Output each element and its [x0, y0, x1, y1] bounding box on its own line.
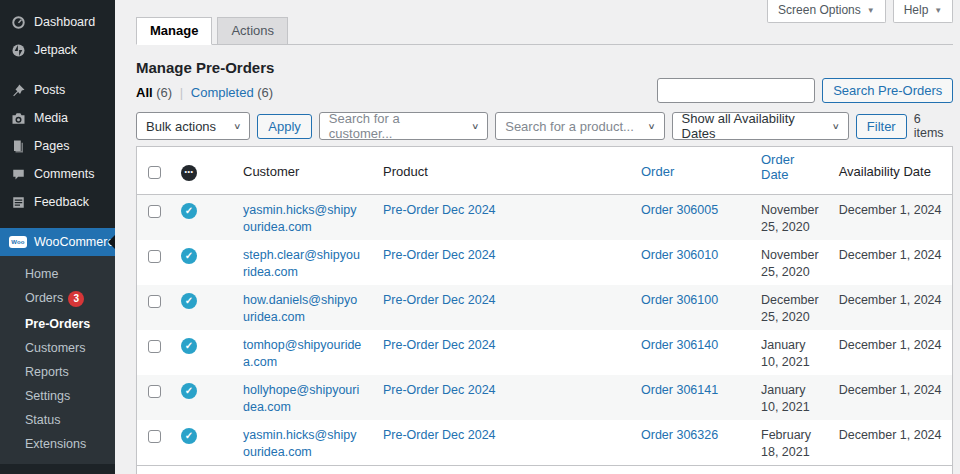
- submenu-item-pre-orders[interactable]: Pre-Orders: [0, 312, 115, 336]
- column-order-date-sort-link[interactable]: Order Date: [761, 152, 819, 182]
- table-row: ✓ yasmin.hicks@shipyouridea.com Pre-Orde…: [137, 420, 953, 466]
- status-completed-icon: ✓: [181, 293, 197, 309]
- customer-link[interactable]: steph.clear@shipyouridea.com: [243, 248, 360, 279]
- page-title: Manage Pre-Orders: [136, 59, 953, 76]
- order-date-cell: February 18, 2021: [751, 420, 829, 466]
- order-link[interactable]: Order 306005: [641, 203, 718, 217]
- table-footer-row: ••• Customer Product Order Order Date Av…: [137, 466, 953, 474]
- search-input[interactable]: [657, 78, 815, 103]
- availability-date-cell: December 1, 2024: [829, 195, 953, 241]
- product-link[interactable]: Pre-Order Dec 2024: [383, 293, 496, 307]
- view-all-link[interactable]: All: [136, 85, 153, 100]
- column-order-sort-link[interactable]: Order: [641, 164, 674, 179]
- row-checkbox[interactable]: [148, 340, 161, 353]
- customer-filter-select[interactable]: Search for a customer... ∨: [319, 112, 488, 140]
- row-checkbox[interactable]: [148, 205, 161, 218]
- row-checkbox[interactable]: [148, 250, 161, 263]
- sidebar-item-posts[interactable]: Posts: [0, 76, 115, 104]
- sidebar-item-label: Pages: [34, 139, 69, 153]
- table-row: ✓ steph.clear@shipyouridea.com Pre-Order…: [137, 240, 953, 285]
- jetpack-icon: [10, 42, 26, 58]
- preorders-table: ••• Customer Product Order Order Date Av…: [136, 146, 953, 474]
- select-all-checkbox[interactable]: [148, 166, 161, 179]
- product-link[interactable]: Pre-Order Dec 2024: [383, 338, 496, 352]
- status-completed-icon: ✓: [181, 383, 197, 399]
- customer-link[interactable]: tomhop@shipyouridea.com: [243, 338, 361, 369]
- order-date-cell: January 10, 2021: [751, 375, 829, 420]
- sidebar-item-woocommerce[interactable]: Woo WooCommerce: [0, 228, 115, 256]
- submenu-item-settings[interactable]: Settings: [0, 384, 115, 408]
- sidebar-item-jetpack[interactable]: Jetpack: [0, 36, 115, 64]
- items-count: 6 items: [914, 112, 954, 140]
- orders-count-badge: 3: [68, 291, 84, 307]
- submenu-item-reports[interactable]: Reports: [0, 360, 115, 384]
- chevron-down-icon: ▼: [934, 6, 942, 15]
- table-row: ✓ hollyhope@shipyouridea.com Pre-Order D…: [137, 375, 953, 420]
- product-link[interactable]: Pre-Order Dec 2024: [383, 248, 496, 262]
- table-row: ✓ tomhop@shipyouridea.com Pre-Order Dec …: [137, 330, 953, 375]
- submenu-item-home[interactable]: Home: [0, 262, 115, 286]
- main-content: Screen Options ▼ Help ▼ Manage Actions M…: [115, 0, 960, 474]
- tab-actions[interactable]: Actions: [217, 17, 288, 45]
- order-link[interactable]: Order 306141: [641, 383, 718, 397]
- row-checkbox[interactable]: [148, 385, 161, 398]
- help-button[interactable]: Help ▼: [893, 0, 954, 23]
- chevron-down-icon: ∨: [471, 121, 479, 131]
- row-checkbox[interactable]: [148, 295, 161, 308]
- availability-date-cell: December 1, 2024: [829, 375, 953, 420]
- column-availability-date: Availability Date: [829, 466, 953, 474]
- submenu-item-extensions[interactable]: Extensions: [0, 432, 115, 456]
- sidebar-item-label: Jetpack: [34, 43, 77, 57]
- customer-link[interactable]: yasmin.hicks@shipyouridea.com: [243, 203, 356, 234]
- order-date-cell: November 25, 2020: [751, 195, 829, 241]
- admin-sidebar: Dashboard Jetpack Posts Media: [0, 0, 115, 474]
- bulk-actions-select[interactable]: Bulk actions ∨: [136, 112, 250, 140]
- sidebar-item-media[interactable]: Media: [0, 104, 115, 132]
- table-row: ✓ how.daniels@shipyouridea.com Pre-Order…: [137, 285, 953, 330]
- tab-manage[interactable]: Manage: [136, 17, 212, 45]
- pages-icon: [10, 138, 26, 154]
- woocommerce-submenu: Home Orders3 Pre-Orders Customers Report…: [0, 256, 115, 464]
- dashboard-icon: [10, 14, 26, 30]
- customer-link[interactable]: yasmin.hicks@shipyouridea.com: [243, 428, 356, 459]
- order-link[interactable]: Order 306010: [641, 248, 718, 262]
- posts-icon: [10, 82, 26, 98]
- submenu-item-customers[interactable]: Customers: [0, 336, 115, 360]
- submenu-item-orders[interactable]: Orders3: [0, 286, 115, 312]
- product-link[interactable]: Pre-Order Dec 2024: [383, 428, 496, 442]
- view-completed-link[interactable]: Completed: [191, 85, 254, 100]
- screen-meta-links: Screen Options ▼ Help ▼: [767, 0, 953, 23]
- comments-icon: [10, 166, 26, 182]
- chevron-down-icon: ∨: [832, 121, 840, 131]
- search-preorders-button[interactable]: Search Pre-Orders: [822, 78, 953, 103]
- screen-options-button[interactable]: Screen Options ▼: [767, 0, 886, 23]
- customer-link[interactable]: hollyhope@shipyouridea.com: [243, 383, 359, 414]
- column-product: Product: [373, 147, 631, 195]
- sidebar-item-label: Media: [34, 111, 68, 125]
- submenu-item-status[interactable]: Status: [0, 408, 115, 432]
- order-link[interactable]: Order 306100: [641, 293, 718, 307]
- apply-button[interactable]: Apply: [257, 114, 312, 139]
- column-availability-date: Availability Date: [829, 147, 953, 195]
- sidebar-item-feedback[interactable]: Feedback: [0, 188, 115, 216]
- order-link[interactable]: Order 306140: [641, 338, 718, 352]
- customer-link[interactable]: how.daniels@shipyouridea.com: [243, 293, 357, 324]
- availability-date-select[interactable]: Show all Availability Dates ∨: [672, 112, 849, 140]
- current-menu-arrow-icon: [108, 235, 115, 249]
- column-product: Product: [373, 466, 631, 474]
- product-link[interactable]: Pre-Order Dec 2024: [383, 383, 496, 397]
- product-filter-select[interactable]: Search for a product... ∨: [495, 112, 664, 140]
- sidebar-item-comments[interactable]: Comments: [0, 160, 115, 188]
- filter-button[interactable]: Filter: [856, 114, 907, 139]
- chevron-down-icon: ▼: [867, 6, 875, 15]
- product-link[interactable]: Pre-Order Dec 2024: [383, 203, 496, 217]
- row-checkbox[interactable]: [148, 430, 161, 443]
- order-date-cell: November 25, 2020: [751, 240, 829, 285]
- sidebar-item-pages[interactable]: Pages: [0, 132, 115, 160]
- chevron-down-icon: ∨: [233, 121, 241, 131]
- order-link[interactable]: Order 306326: [641, 428, 718, 442]
- woocommerce-icon: Woo: [10, 234, 26, 250]
- availability-date-cell: December 1, 2024: [829, 420, 953, 466]
- sidebar-item-dashboard[interactable]: Dashboard: [0, 8, 115, 36]
- media-icon: [10, 110, 26, 126]
